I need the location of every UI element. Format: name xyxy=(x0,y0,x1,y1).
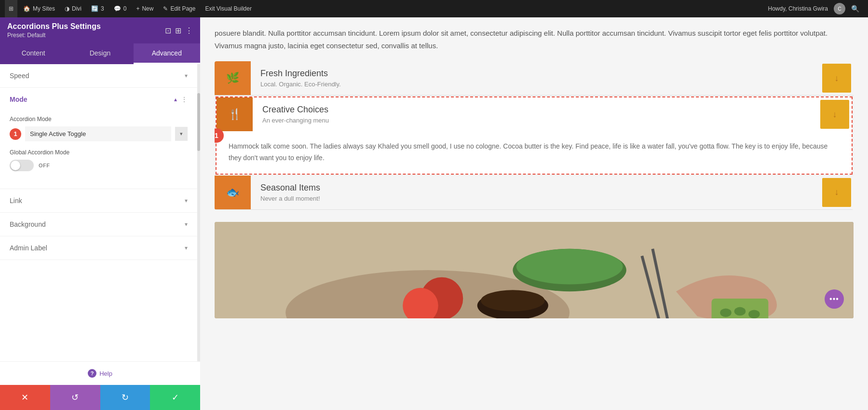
tab-content[interactable]: Content xyxy=(0,43,67,64)
panel-header: Accordions Plus Settings Preset: Default… xyxy=(0,17,200,43)
background-chevron-icon: ▾ xyxy=(185,221,188,228)
svg-point-12 xyxy=(734,307,746,315)
scroll-track xyxy=(197,64,200,361)
my-sites-button[interactable]: 🏠 My Sites xyxy=(19,0,59,17)
accordion-item-1: 🌿 Fresh Ingredients Local. Organic. Eco-… xyxy=(215,61,854,96)
tab-design[interactable]: Design xyxy=(67,43,133,64)
body-text: posuere blandit. Nulla porttitor accumsa… xyxy=(215,27,854,52)
exit-visual-builder-button[interactable]: Exit Visual Builder xyxy=(201,0,256,17)
accordion-text-3: Seasonal Items Never a dull moment! xyxy=(251,176,820,209)
accordion-toggle-1[interactable]: ↓ xyxy=(822,64,851,93)
accordion-header-3[interactable]: 🐟 Seasonal Items Never a dull moment! ↓ xyxy=(215,176,854,209)
comments-count-button[interactable]: 🔄 3 xyxy=(87,0,108,17)
fresh-ingredients-icon: 🌿 xyxy=(226,72,239,84)
cancel-button[interactable]: ✕ xyxy=(0,385,50,410)
panel-menu-icon[interactable]: ⋮ xyxy=(185,26,193,35)
food-image-area: ••• xyxy=(215,222,854,318)
svg-point-3 xyxy=(516,248,623,284)
accordion-subtitle-3: Never a dull moment! xyxy=(260,195,810,202)
undo-button[interactable]: ↺ xyxy=(50,385,100,410)
accordion-mode-badge: 1 xyxy=(10,128,21,140)
food-image-svg xyxy=(215,222,854,318)
panel-tabs: Content Design Advanced xyxy=(0,43,200,64)
link-chevron-icon: ▾ xyxy=(185,197,188,204)
food-image-overlay: ••• xyxy=(825,289,844,309)
panel-scrollable: Speed ▾ Mode ▴ ⋮ xyxy=(0,64,200,361)
background-section[interactable]: Background ▾ xyxy=(0,213,197,236)
edit-icon: ✎ xyxy=(163,5,168,12)
global-accordion-mode-group: Global Accordion Mode OFF xyxy=(10,149,188,171)
global-accordion-toggle[interactable] xyxy=(10,160,34,171)
accordion-title-2: Creative Choices xyxy=(262,105,808,115)
floating-menu-button[interactable]: ••• xyxy=(825,289,844,309)
panel-title-area: Accordions Plus Settings Preset: Default xyxy=(7,22,101,39)
accordion-icon-box-3: 🐟 xyxy=(215,176,251,209)
accordion-mode-select-wrapper: 1 Single Active Toggle Multiple Active T… xyxy=(10,126,188,141)
accordion-toggle-3[interactable]: ↓ xyxy=(822,178,851,207)
speed-label: Speed xyxy=(10,72,29,80)
plus-icon: + xyxy=(136,5,139,12)
mode-chevron-icon: ▴ xyxy=(174,96,177,103)
accordion-body-2: Hammock talk come soon. The ladies alway… xyxy=(217,131,852,174)
toggle-knob xyxy=(11,161,20,170)
seasonal-items-icon: 🐟 xyxy=(226,186,239,199)
redo-button[interactable]: ↻ xyxy=(100,385,150,410)
mode-header-left: Mode xyxy=(10,96,27,103)
wp-logo-button[interactable]: ⊞ xyxy=(5,0,17,17)
comments-button[interactable]: 💬 0 xyxy=(110,0,131,17)
mode-header[interactable]: Mode ▴ ⋮ xyxy=(0,88,197,111)
accordion-title-3: Seasonal Items xyxy=(260,183,810,193)
wp-icon: ⊞ xyxy=(9,5,14,12)
accordion-mode-select[interactable]: Single Active Toggle Multiple Active Tog… xyxy=(25,126,171,141)
panel-collapse-icon[interactable]: ⊡ xyxy=(165,26,171,35)
speed-section[interactable]: Speed ▾ xyxy=(0,64,197,88)
main-layout: Accordions Plus Settings Preset: Default… xyxy=(0,17,868,410)
admin-label-label: Admin Label xyxy=(10,244,47,252)
accordion-icon-box-1: 🌿 xyxy=(215,61,251,95)
link-label: Link xyxy=(10,197,22,205)
accordion-body-text-2: Hammock talk come soon. The ladies alway… xyxy=(229,141,840,164)
right-content: posuere blandit. Nulla porttitor accumsa… xyxy=(200,17,868,410)
svg-point-7 xyxy=(481,290,544,311)
new-button[interactable]: + New xyxy=(132,0,157,17)
global-accordion-mode-label: Global Accordion Mode xyxy=(10,149,188,156)
panel-layout-icon[interactable]: ⊞ xyxy=(175,26,181,35)
accordion-subtitle-1: Local. Organic. Eco-Friendly. xyxy=(260,81,810,88)
avatar[interactable]: C xyxy=(834,3,845,14)
down-arrow-icon-3: ↓ xyxy=(835,187,839,197)
accordion-container: 🌿 Fresh Ingredients Local. Organic. Eco-… xyxy=(215,61,854,210)
help-button[interactable]: ? Help xyxy=(88,369,112,378)
save-button[interactable]: ✓ xyxy=(150,385,200,410)
link-section[interactable]: Link ▾ xyxy=(0,189,197,213)
mode-options-icon[interactable]: ⋮ xyxy=(181,96,188,103)
divi-icon: ◑ xyxy=(65,5,69,12)
action-bar: ✕ ↺ ↻ ✓ xyxy=(0,385,200,410)
panel-preset: Preset: Default xyxy=(7,32,101,39)
global-accordion-toggle-row: OFF xyxy=(10,160,188,171)
accordion-item-3: 🐟 Seasonal Items Never a dull moment! ↓ xyxy=(215,176,854,210)
mode-title: Mode xyxy=(10,96,27,103)
accordion-text-2: Creative Choices An ever-changing menu xyxy=(253,97,818,131)
user-greeting: Howdy, Christina Gwira xyxy=(764,0,832,17)
accordion-text-1: Fresh Ingredients Local. Organic. Eco-Fr… xyxy=(251,61,820,95)
search-icon[interactable]: 🔍 xyxy=(847,5,863,13)
admin-label-chevron-icon: ▾ xyxy=(185,245,188,251)
left-panel: Accordions Plus Settings Preset: Default… xyxy=(0,17,200,410)
panel-header-icons: ⊡ ⊞ ⋮ xyxy=(165,26,193,35)
tab-advanced[interactable]: Advanced xyxy=(134,43,200,64)
accordion-header-2[interactable]: 🍴 Creative Choices An ever-changing menu… xyxy=(217,97,852,131)
mode-header-right: ▴ ⋮ xyxy=(174,96,188,103)
accordion-subtitle-2: An ever-changing menu xyxy=(262,117,808,124)
admin-bar-right: Howdy, Christina Gwira C 🔍 xyxy=(764,0,863,17)
admin-label-section[interactable]: Admin Label ▾ xyxy=(0,236,197,260)
scroll-thumb[interactable] xyxy=(197,93,200,151)
mode-body: Accordion Mode 1 Single Active Toggle Mu… xyxy=(0,111,197,189)
edit-page-button[interactable]: ✎ Edit Page xyxy=(159,0,199,17)
select-arrow-icon: ▾ xyxy=(175,127,188,141)
mode-section: Mode ▴ ⋮ Accordion Mode 1 xyxy=(0,88,197,189)
divi-button[interactable]: ◑ Divi xyxy=(61,0,85,17)
accordion-toggle-2[interactable]: ↓ xyxy=(820,100,849,129)
accordion-title-1: Fresh Ingredients xyxy=(260,68,810,79)
accordion-mode-label: Accordion Mode xyxy=(10,116,188,123)
accordion-header-1[interactable]: 🌿 Fresh Ingredients Local. Organic. Eco-… xyxy=(215,61,854,95)
